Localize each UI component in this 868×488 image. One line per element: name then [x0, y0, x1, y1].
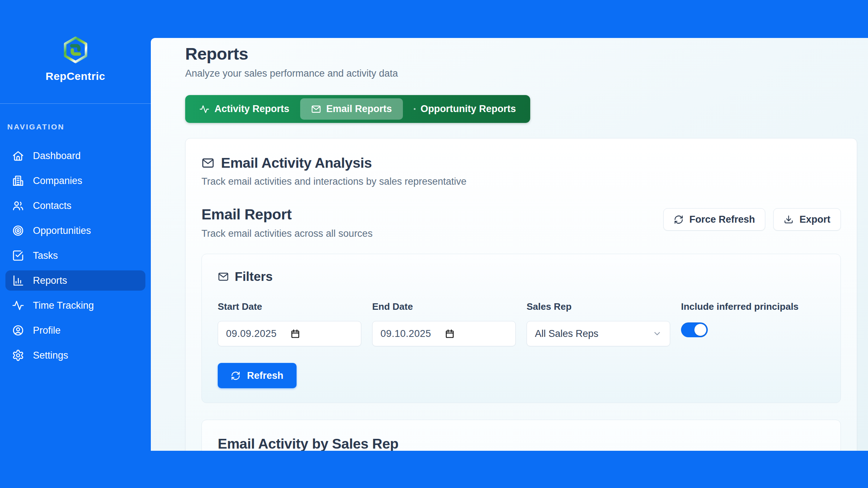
download-icon	[784, 215, 793, 224]
mail-icon	[218, 271, 229, 282]
section-subtitle: Track email activities and interactions …	[201, 176, 841, 187]
main-panel: Reports Analyze your sales performance a…	[151, 38, 868, 451]
sales-rep-value: All Sales Reps	[535, 328, 599, 339]
nav-section-label: NAVIGATION	[0, 104, 151, 131]
export-label: Export	[799, 214, 830, 225]
email-analysis-card: Email Activity Analysis Track email acti…	[185, 138, 857, 451]
sales-rep-field-group: Sales Rep All Sales Reps	[527, 301, 670, 346]
nav-list: Dashboard Companies Contacts Opportuniti…	[0, 146, 151, 365]
start-date-label: Start Date	[218, 301, 361, 312]
end-date-input[interactable]: 09.10.2025	[372, 321, 516, 346]
byrep-title: Email Activity by Sales Rep	[218, 436, 825, 451]
chevron-down-icon	[652, 329, 662, 338]
report-subtitle: Track email activities across all source…	[201, 228, 373, 239]
sidebar-item-label: Profile	[33, 325, 61, 336]
sidebar-item-opportunities[interactable]: Opportunities	[5, 221, 145, 241]
activity-icon	[12, 299, 24, 312]
sidebar-item-label: Reports	[33, 275, 67, 286]
mail-icon	[201, 157, 214, 170]
sidebar-item-settings[interactable]: Settings	[5, 345, 145, 365]
filters-title: Filters	[235, 269, 273, 284]
section-title: Email Activity Analysis	[221, 155, 372, 171]
calendar-icon[interactable]	[290, 329, 300, 339]
activity-icon	[199, 104, 209, 114]
end-date-label: End Date	[372, 301, 516, 312]
toggle-knob	[694, 324, 706, 336]
check-square-icon	[12, 249, 24, 262]
page-subtitle: Analyze your sales performance and activ…	[185, 68, 857, 79]
inferred-principals-field-group: Include inferred principals	[681, 301, 825, 346]
end-date-value: 09.10.2025	[380, 328, 431, 339]
sidebar-item-label: Time Tracking	[33, 300, 94, 311]
sidebar-item-label: Settings	[33, 350, 68, 361]
sidebar-item-reports[interactable]: Reports	[5, 270, 145, 291]
home-icon	[12, 150, 24, 162]
report-tabs: Activity Reports Email Reports Opportuni…	[185, 95, 530, 123]
repcentric-logo-icon	[62, 36, 89, 64]
sidebar-item-label: Tasks	[33, 250, 58, 261]
filters-card: Filters Start Date 09.09.2025 End Date	[201, 254, 841, 403]
export-button[interactable]: Export	[773, 208, 841, 231]
sidebar: RepCentric NAVIGATION Dashboard Companie…	[0, 0, 151, 488]
mail-icon	[311, 104, 321, 114]
sidebar-item-label: Companies	[33, 175, 82, 187]
sales-rep-select[interactable]: All Sales Reps	[527, 321, 670, 346]
target-icon	[12, 224, 24, 237]
gear-icon	[12, 349, 24, 361]
tab-opportunity-reports[interactable]: Opportunity Reports	[403, 98, 527, 120]
tab-label: Activity Reports	[214, 103, 289, 115]
calendar-icon[interactable]	[445, 329, 455, 339]
sidebar-item-contacts[interactable]: Contacts	[5, 196, 145, 216]
report-title: Email Report	[201, 206, 373, 223]
sidebar-item-companies[interactable]: Companies	[5, 171, 145, 191]
refresh-label: Refresh	[247, 370, 284, 381]
sidebar-item-profile[interactable]: Profile	[5, 320, 145, 341]
page-title: Reports	[185, 44, 857, 64]
start-date-field-group: Start Date 09.09.2025	[218, 301, 361, 346]
user-circle-icon	[12, 324, 24, 337]
sidebar-item-time-tracking[interactable]: Time Tracking	[5, 295, 145, 316]
start-date-input[interactable]: 09.09.2025	[218, 321, 361, 346]
sidebar-item-label: Dashboard	[33, 150, 81, 162]
report-heading-block: Email Report Track email activities acro…	[201, 206, 373, 239]
force-refresh-label: Force Refresh	[689, 214, 755, 225]
start-date-value: 09.09.2025	[226, 328, 277, 339]
logo-block: RepCentric	[0, 0, 151, 82]
bar-chart-icon	[12, 274, 24, 287]
sales-rep-label: Sales Rep	[527, 301, 670, 312]
tab-email-reports[interactable]: Email Reports	[300, 98, 403, 120]
sidebar-item-tasks[interactable]: Tasks	[5, 245, 145, 266]
sidebar-item-dashboard[interactable]: Dashboard	[5, 146, 145, 166]
inferred-principals-toggle[interactable]	[681, 322, 708, 337]
dot-icon	[414, 108, 416, 110]
refresh-icon	[231, 371, 241, 381]
sidebar-item-label: Opportunities	[33, 225, 91, 236]
inferred-principals-label: Include inferred principals	[681, 301, 825, 312]
email-activity-by-rep-card: Email Activity by Sales Rep Summary of e…	[201, 420, 841, 451]
app-name: RepCentric	[46, 70, 105, 82]
tab-activity-reports[interactable]: Activity Reports	[188, 98, 300, 120]
force-refresh-button[interactable]: Force Refresh	[663, 208, 766, 231]
sidebar-item-label: Contacts	[33, 200, 72, 211]
building-icon	[12, 175, 24, 187]
refresh-button[interactable]: Refresh	[218, 363, 297, 388]
tab-label: Email Reports	[326, 103, 392, 115]
end-date-field-group: End Date 09.10.2025	[372, 301, 516, 346]
tab-label: Opportunity Reports	[421, 103, 516, 115]
users-icon	[12, 200, 24, 212]
refresh-icon	[674, 215, 684, 224]
